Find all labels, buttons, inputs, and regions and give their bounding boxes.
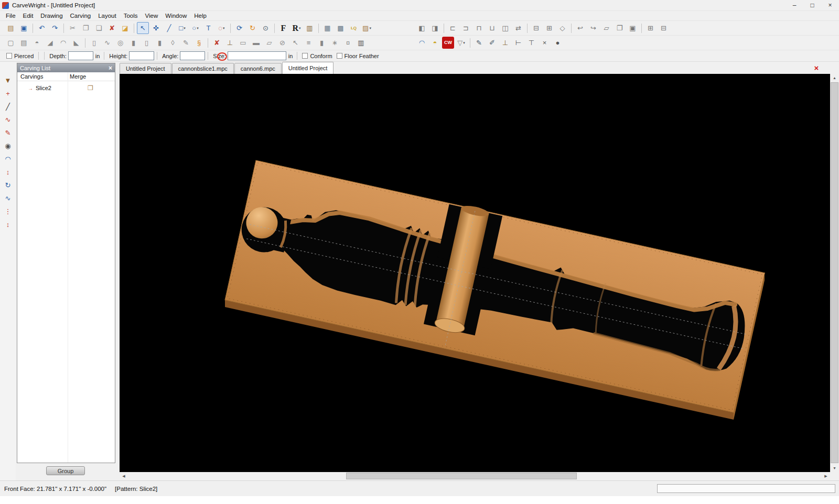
mirror-icon[interactable]: ⇄ [512, 22, 524, 34]
rotate-view-icon[interactable]: ⟳ [233, 22, 245, 34]
delete-icon[interactable]: ✘ [106, 22, 118, 34]
center-both-icon[interactable]: ◫ [499, 22, 511, 34]
carving-list-header[interactable]: Carving List × [17, 63, 115, 72]
vertical-scroll-thumb[interactable] [831, 82, 838, 463]
board-flip-h-icon[interactable]: ◧ [416, 22, 428, 34]
copy-view-icon[interactable]: ❐ [614, 22, 626, 34]
floor-feather-checkbox[interactable]: Floor Feather [337, 53, 379, 59]
arc-icon[interactable]: ◠ [2, 153, 14, 165]
cylinder-stack-icon[interactable]: ▮ [316, 37, 328, 49]
drill-tool-icon[interactable]: ⊥ [224, 37, 236, 49]
menu-layout[interactable]: Layout [94, 11, 120, 21]
menu-view[interactable]: View [142, 11, 162, 21]
outline-tool-icon[interactable]: ▭ [237, 37, 249, 49]
carve-region-icon[interactable]: ▢ [5, 37, 17, 49]
regenerate-icon[interactable]: ↻ [246, 22, 259, 34]
carving-list-close-icon[interactable]: × [109, 64, 112, 72]
rotate-cw-icon[interactable]: ↻ [2, 179, 14, 191]
pierce-tool-icon[interactable]: ▱ [263, 37, 275, 49]
next-view-icon[interactable]: ↪ [587, 22, 599, 34]
menu-drawing[interactable]: Drawing [37, 11, 66, 21]
rout-mode-icon[interactable]: R [291, 22, 303, 34]
board-settings-icon[interactable]: ▥ [304, 22, 316, 34]
menu-tools[interactable]: Tools [120, 11, 142, 21]
disc-icon[interactable]: ◉ [2, 140, 14, 151]
tab-untitled-project-2[interactable]: Untitled Project [282, 62, 334, 74]
align-top-icon[interactable]: ⊓ [473, 22, 485, 34]
bezier-icon[interactable]: ∿ [2, 114, 14, 125]
group-button[interactable]: Group [46, 466, 85, 475]
rotate-board-icon[interactable]: ◇ [556, 22, 568, 34]
merge-pages-icon[interactable]: ❐ [88, 84, 93, 92]
horizontal-scroll-thumb[interactable] [346, 473, 577, 479]
dome-tool-icon[interactable]: ◓ [31, 37, 43, 49]
baluster-tool-icon[interactable]: ▮ [154, 37, 166, 49]
measure-icon[interactable]: ↕ [2, 218, 14, 230]
cw-store-icon[interactable]: CW [442, 37, 454, 49]
dots-icon[interactable]: ⋮ [2, 205, 14, 217]
conform-checkbox[interactable]: Conform [302, 53, 332, 59]
spindle-tool-icon[interactable]: ▮ [127, 37, 139, 49]
save-icon[interactable]: ▣ [18, 22, 30, 34]
scroll-down-arrow[interactable]: ▼ [830, 464, 839, 472]
select-tool-icon[interactable]: ↖ [137, 22, 149, 34]
detail-pen-icon[interactable]: ✐ [486, 37, 498, 49]
measure-v-icon[interactable]: ↕ [2, 166, 14, 178]
gauge-tool-icon[interactable]: ⊢ [512, 37, 524, 49]
probe-tool-icon[interactable]: ● [552, 37, 564, 49]
horizontal-scrollbar[interactable]: ◀ ▶ [120, 472, 830, 480]
keyhole-tool-icon[interactable]: § [193, 37, 205, 49]
bevel-tool-icon[interactable]: ◢ [44, 37, 56, 49]
height-input[interactable] [129, 51, 154, 60]
centerline-tool-icon[interactable]: ▬ [250, 37, 262, 49]
layout-icon[interactable]: ▣ [627, 22, 639, 34]
close-button[interactable]: × [821, 0, 839, 11]
board-check-icon[interactable]: ▽ [455, 37, 467, 49]
sweep-tool-icon[interactable]: ∿ [101, 37, 113, 49]
scroll-right-arrow[interactable]: ▶ [822, 472, 830, 480]
rosette-tool-icon[interactable]: ¤ [342, 37, 354, 49]
rectangle-tool-icon[interactable]: □ [176, 22, 188, 34]
size-input[interactable] [228, 51, 286, 60]
carving-canvas[interactable] [120, 74, 830, 472]
text-tool-icon[interactable]: T [202, 22, 214, 34]
prev-view-icon[interactable]: ↩ [574, 22, 586, 34]
finial-tool-icon[interactable]: ◓ [429, 37, 441, 49]
paste-icon[interactable]: ❏ [93, 22, 105, 34]
tab-cannonbslice1[interactable]: cannonbslice1.mpc [172, 63, 234, 74]
angle-input[interactable] [180, 51, 205, 60]
menu-window[interactable]: Window [162, 11, 190, 21]
gear-tool-icon[interactable]: ∗ [329, 37, 341, 49]
menu-carving[interactable]: Carving [67, 11, 95, 21]
menu-edit[interactable]: Edit [19, 11, 37, 21]
vertical-scrollbar[interactable]: ▲ ▼ [830, 74, 839, 472]
open-folder-icon[interactable]: ◪ [119, 22, 131, 34]
scroll-left-arrow[interactable]: ◀ [120, 472, 128, 480]
chisel-tool-icon[interactable]: × [539, 37, 551, 49]
copy-icon[interactable]: ❐ [80, 22, 92, 34]
board-flip-v-icon[interactable]: ◨ [429, 22, 441, 34]
texture-view-icon[interactable]: ▨ [361, 22, 373, 34]
scroll-up-arrow[interactable]: ▲ [830, 74, 839, 82]
redo-icon[interactable]: ↷ [49, 22, 61, 34]
grow-board-icon[interactable]: ⊞ [543, 22, 555, 34]
tab-untitled-project-1[interactable]: Untitled Project [120, 63, 171, 74]
restore-button[interactable]: □ [803, 0, 821, 11]
chamfer-tool-icon[interactable]: ◣ [70, 37, 82, 49]
pattern-library-icon[interactable]: ▤ [18, 37, 30, 49]
circle-tool-icon[interactable]: ○ [189, 22, 201, 34]
menu-file[interactable]: File [2, 11, 19, 21]
tab-cannon6[interactable]: cannon6.mpc [234, 63, 282, 74]
depth-input[interactable] [68, 51, 93, 60]
s-curve-icon[interactable]: ∿ [2, 192, 14, 204]
clamp-tool-icon[interactable]: ⊥ [499, 37, 511, 49]
pen-tool-icon[interactable]: ✎ [180, 37, 192, 49]
font-select-icon[interactable]: F [277, 22, 289, 34]
view-close-icon[interactable]: × [812, 63, 821, 73]
snap-grid-icon[interactable]: ▩ [335, 22, 347, 34]
column-tool-icon[interactable]: ▯ [141, 37, 153, 49]
arc-tool-icon[interactable]: ◌ [216, 22, 228, 34]
undo-icon[interactable]: ↶ [36, 22, 48, 34]
menu-help[interactable]: Help [190, 11, 210, 21]
align-right-icon[interactable]: ⊐ [460, 22, 472, 34]
